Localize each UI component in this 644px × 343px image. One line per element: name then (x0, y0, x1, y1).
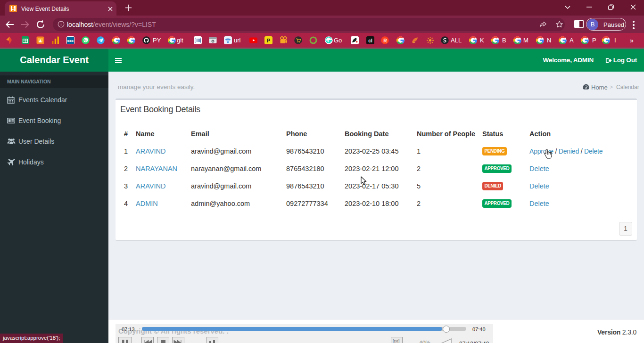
svg-text:P: P (266, 38, 270, 43)
svg-text:cl: cl (368, 38, 372, 43)
svg-text:IEEE: IEEE (67, 40, 74, 42)
svg-text:R: R (383, 38, 387, 43)
